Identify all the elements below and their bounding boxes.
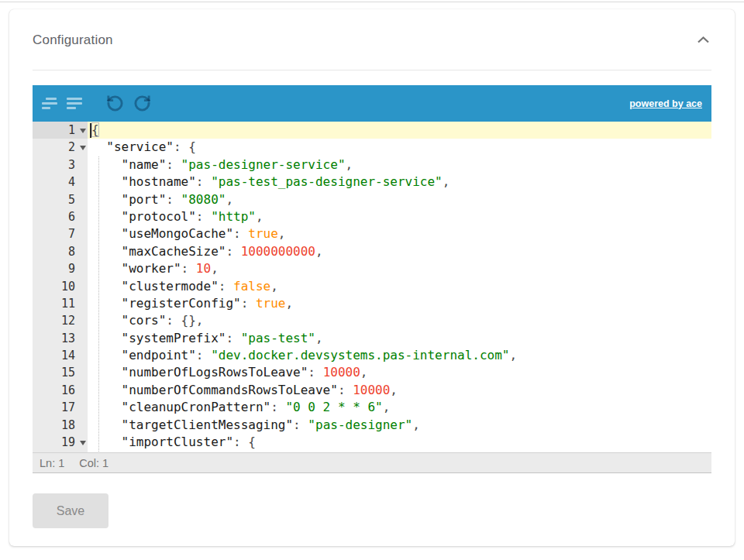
gutter-line: 3: [33, 156, 88, 173]
editor-status-bar: Ln: 1 Col: 1: [33, 452, 711, 473]
gutter-line: 10: [33, 278, 88, 295]
gutter-line: 16: [33, 382, 88, 399]
code-line[interactable]: "useMongoCache": true,: [88, 225, 711, 242]
code-line[interactable]: "clustermode": false,: [88, 278, 711, 295]
code-line[interactable]: "protocol": "http",: [88, 208, 711, 225]
code-line[interactable]: "name": "pas-designer-service",: [88, 156, 711, 173]
gutter-line: 4: [33, 173, 88, 191]
code-line[interactable]: "numberOfLogsRowsToLeave": 10000,: [88, 364, 711, 381]
code-line[interactable]: "worker": 10,: [88, 260, 711, 277]
status-column-number: Col: 1: [79, 457, 108, 469]
json-editor: powered by ace 1234567891011121314151617…: [33, 85, 711, 473]
format-json-button[interactable]: [40, 93, 60, 114]
gutter-line: 5: [33, 191, 88, 208]
line-number: 2: [68, 140, 75, 154]
redo-button[interactable]: [132, 93, 153, 114]
gutter-line: 11: [33, 295, 88, 312]
gutter-line: 7: [33, 225, 88, 242]
line-number: 19: [61, 435, 75, 449]
line-number: 15: [61, 366, 75, 380]
code-line[interactable]: "registerConfig": true,: [88, 295, 711, 312]
code-line[interactable]: "cors": {},: [88, 312, 711, 329]
page-top-divider: [0, 2, 744, 2]
line-number: 5: [68, 193, 75, 207]
code-line[interactable]: {: [88, 122, 711, 139]
code-line[interactable]: "cleanupCronPattern": "0 0 2 * * 6",: [88, 399, 711, 416]
line-number: 9: [68, 262, 75, 276]
code-line[interactable]: "systemPrefix": "pas-test",: [88, 330, 711, 347]
header-divider: [33, 70, 711, 70]
editor-toolbar: powered by ace: [33, 85, 711, 122]
line-number: 18: [61, 418, 75, 432]
code-line[interactable]: "maxCacheSize": 1000000000,: [88, 243, 711, 260]
gutter-line: 13: [33, 330, 88, 347]
gutter-line: 17: [33, 399, 88, 416]
undo-arrow-icon: [106, 103, 124, 115]
compact-json-button[interactable]: [64, 93, 85, 114]
page-title: Configuration: [33, 33, 113, 48]
gutter-line: 14: [33, 347, 88, 364]
status-line-number: Ln: 1: [40, 457, 64, 469]
line-number: 7: [68, 227, 75, 241]
gutter-line: 6: [33, 208, 88, 225]
configuration-panel: Configuration: [9, 9, 735, 546]
code-line[interactable]: "port": "8080",: [88, 191, 711, 208]
gutter-line: 2: [33, 139, 88, 156]
undo-button[interactable]: [105, 93, 126, 114]
line-number: 14: [61, 349, 75, 362]
line-number: 13: [61, 332, 75, 345]
editor-gutter: 12345678910111213141516171819: [33, 122, 88, 452]
line-number: 6: [68, 210, 75, 224]
code-line[interactable]: "service": {: [88, 139, 711, 156]
gutter-line: 15: [33, 364, 88, 381]
line-number: 1: [68, 123, 75, 137]
text-cursor: [90, 123, 91, 138]
code-line[interactable]: "numberOfCommandsRowsToLeave": 10000,: [88, 382, 711, 399]
redo-arrow-icon: [133, 103, 151, 115]
line-number: 11: [61, 297, 75, 311]
powered-by-ace-link[interactable]: powered by ace: [629, 98, 704, 109]
chevron-up-icon: [697, 35, 710, 46]
code-line[interactable]: "targetClientMessaging": "pas-designer",: [88, 417, 711, 434]
gutter-line: 8: [33, 243, 88, 260]
line-number: 16: [61, 383, 75, 397]
collapse-panel-button[interactable]: [695, 34, 711, 46]
gutter-line: 1: [33, 122, 88, 139]
save-button[interactable]: Save: [33, 493, 108, 528]
editor-code-lines[interactable]: { "service": { "name": "pas-designer-ser…: [88, 122, 711, 452]
code-line[interactable]: "endpoint": "dev.docker.devsystems.pas-i…: [88, 347, 711, 364]
gutter-line: 18: [33, 417, 88, 434]
gutter-line: 19: [33, 434, 88, 451]
fold-toggle-icon[interactable]: [80, 146, 86, 150]
editor-body[interactable]: 12345678910111213141516171819 { "service…: [33, 122, 711, 452]
code-line[interactable]: "hostname": "pas-test_pas-designer-servi…: [88, 173, 711, 191]
line-number: 3: [68, 158, 75, 172]
line-number: 17: [61, 400, 75, 414]
line-number: 8: [68, 245, 75, 259]
gutter-line: 9: [33, 260, 88, 277]
line-number: 4: [68, 175, 75, 189]
line-number: 10: [61, 280, 75, 294]
line-number: 12: [61, 314, 75, 328]
gutter-line: 12: [33, 312, 88, 329]
code-line[interactable]: "importCluster": {: [88, 434, 711, 451]
fold-toggle-icon[interactable]: [80, 129, 86, 133]
fold-toggle-icon[interactable]: [80, 441, 86, 445]
panel-header: Configuration: [33, 33, 711, 48]
